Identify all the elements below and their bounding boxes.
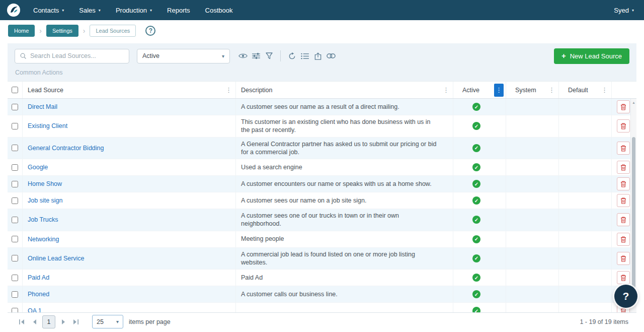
delete-button[interactable] xyxy=(617,119,630,132)
row-checkbox[interactable] xyxy=(12,104,18,110)
nav-item-contacts[interactable]: Contacts ▾ xyxy=(33,7,64,14)
column-menu-icon-active[interactable]: ⋮ xyxy=(494,84,504,97)
system-cell xyxy=(506,192,559,209)
lead-source-link[interactable]: Google xyxy=(28,164,48,171)
lead-source-link[interactable]: General Contractor Bidding xyxy=(28,145,104,152)
filter-icon[interactable] xyxy=(263,49,276,62)
delete-button[interactable] xyxy=(617,194,630,207)
current-page[interactable]: 1 xyxy=(42,315,55,328)
delete-button[interactable] xyxy=(617,213,630,226)
delete-button[interactable] xyxy=(617,177,630,190)
breadcrumb-settings[interactable]: Settings xyxy=(46,25,78,37)
lead-source-link[interactable]: Home Show xyxy=(28,180,62,187)
app-logo[interactable] xyxy=(7,4,20,17)
list-icon[interactable] xyxy=(298,49,311,62)
export-icon[interactable] xyxy=(311,49,325,62)
nav-item-label: Costbook xyxy=(205,7,233,14)
row-checkbox[interactable] xyxy=(12,308,18,313)
nav-item-reports[interactable]: Reports xyxy=(167,7,190,14)
scrollbar-thumb[interactable] xyxy=(632,137,635,288)
lead-source-description: A customer sees one of our trucks in tow… xyxy=(236,209,453,231)
lead-source-link[interactable]: Direct Mail xyxy=(28,103,57,110)
row-checkbox[interactable] xyxy=(12,145,18,151)
row-checkbox[interactable] xyxy=(12,164,18,171)
row-checkbox[interactable] xyxy=(12,181,18,187)
delete-button[interactable] xyxy=(617,233,630,246)
user-menu[interactable]: Syed ▾ xyxy=(614,7,634,14)
main-content: Active ▾ xyxy=(0,43,644,332)
column-menu-icon[interactable]: ⋮ xyxy=(600,84,609,97)
lead-source-link[interactable]: Online Lead Service xyxy=(28,255,85,262)
new-lead-source-button[interactable]: + New Lead Source xyxy=(554,48,629,64)
next-page-button[interactable] xyxy=(57,315,69,328)
nav-item-label: Production xyxy=(116,7,147,14)
help-fab-button[interactable]: ? xyxy=(614,285,637,308)
delete-button[interactable] xyxy=(617,100,630,113)
row-checkbox[interactable] xyxy=(12,275,18,281)
column-label: System xyxy=(515,87,536,94)
lead-source-link[interactable]: Phoned xyxy=(28,291,49,298)
breadcrumb-home[interactable]: Home xyxy=(8,25,35,37)
last-page-button[interactable] xyxy=(69,315,82,328)
column-menu-icon[interactable]: ⋮ xyxy=(441,84,451,97)
lead-source-link[interactable]: Paid Ad xyxy=(28,274,49,281)
select-all-checkbox[interactable] xyxy=(12,87,18,93)
chevron-down-icon: ▾ xyxy=(99,8,101,13)
column-header-active[interactable]: Active ⋮ xyxy=(453,82,506,98)
column-settings-icon[interactable] xyxy=(250,49,263,62)
scroll-up-icon[interactable]: ▲ xyxy=(631,99,636,104)
column-menu-icon[interactable]: ⋮ xyxy=(224,84,233,97)
row-checkbox[interactable] xyxy=(12,197,18,204)
page-size-select[interactable]: 25 ▾ xyxy=(92,315,123,328)
nav-item-production[interactable]: Production ▾ xyxy=(116,7,152,14)
column-header-description[interactable]: Description ⋮ xyxy=(236,82,453,98)
eye-icon[interactable] xyxy=(236,49,250,62)
link-icon[interactable] xyxy=(325,49,338,62)
lead-source-link[interactable]: QA 1 xyxy=(28,307,42,312)
first-page-button[interactable] xyxy=(16,315,28,328)
row-checkbox[interactable] xyxy=(12,236,18,242)
table-row: General Contractor Bidding A General Con… xyxy=(8,138,636,160)
refresh-icon[interactable] xyxy=(285,49,298,62)
default-cell xyxy=(559,209,612,231)
lead-source-cell: Google xyxy=(23,159,236,175)
lead-source-link[interactable]: Networking xyxy=(28,236,59,243)
status-filter-select[interactable]: Active ▾ xyxy=(137,49,230,63)
nav-item-sales[interactable]: Sales ▾ xyxy=(79,7,101,14)
breadcrumb-lead-sources[interactable]: Lead Sources xyxy=(90,25,136,37)
active-check-icon: ✓ xyxy=(472,196,480,205)
row-select-cell xyxy=(8,248,23,270)
row-select-cell xyxy=(8,209,23,231)
delete-button[interactable] xyxy=(617,271,630,284)
row-checkbox[interactable] xyxy=(12,291,18,298)
delete-button[interactable] xyxy=(617,142,630,155)
column-menu-icon[interactable]: ⋮ xyxy=(547,84,556,97)
column-header-system[interactable]: System ⋮ xyxy=(506,82,559,98)
search-input[interactable] xyxy=(30,52,124,59)
lead-source-link[interactable]: Existing Client xyxy=(28,122,67,129)
lead-source-description: A commercial job lead is found listed on… xyxy=(236,248,453,270)
nav-item-costbook[interactable]: Costbook xyxy=(205,7,233,14)
table-row: Direct Mail A customer sees our name as … xyxy=(8,99,636,115)
row-checkbox[interactable] xyxy=(12,123,18,129)
nav-item-label: Reports xyxy=(167,7,190,14)
delete-button[interactable] xyxy=(617,252,630,265)
vertical-scrollbar[interactable]: ▲ xyxy=(630,99,636,312)
lead-source-link[interactable]: Job Trucks xyxy=(28,216,58,223)
delete-button[interactable] xyxy=(617,161,630,174)
active-check-icon: ✓ xyxy=(472,180,480,188)
active-cell: ✓ xyxy=(453,248,506,270)
previous-page-button[interactable] xyxy=(28,315,41,328)
lead-source-cell: Job site sign xyxy=(23,192,236,209)
default-cell xyxy=(559,231,612,247)
help-icon[interactable]: ? xyxy=(145,26,155,36)
column-header-default[interactable]: Default ⋮ xyxy=(559,82,612,98)
lead-source-cell: Existing Client xyxy=(23,115,236,137)
lead-source-link[interactable]: Job site sign xyxy=(28,197,62,204)
row-checkbox[interactable] xyxy=(12,255,18,261)
lead-source-description: Paid Ad xyxy=(236,270,453,286)
row-checkbox[interactable] xyxy=(12,217,18,223)
trash-icon xyxy=(620,197,626,204)
column-header-lead-source[interactable]: Lead Source ⋮ xyxy=(23,82,236,98)
common-actions-link[interactable]: Common Actions xyxy=(15,63,63,80)
